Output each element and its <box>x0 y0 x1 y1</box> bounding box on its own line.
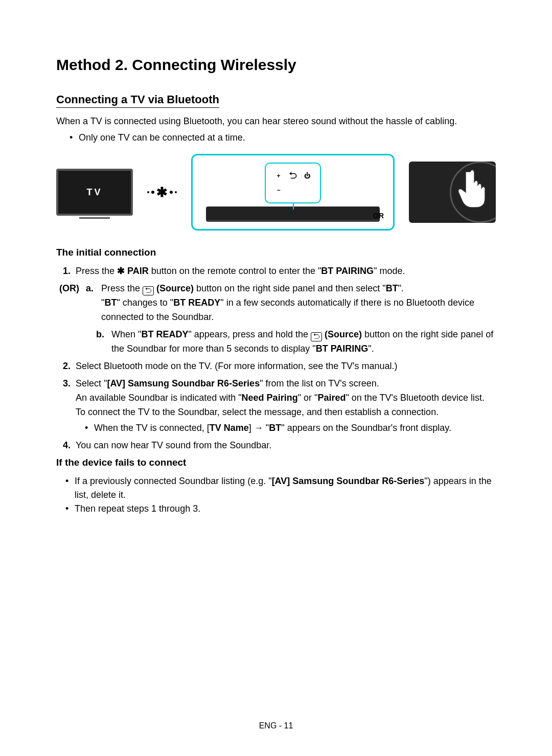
remote-buttons-callout: + ⮌ ⏻ − <box>265 163 321 203</box>
diagram: TV ✱ + ⮌ ⏻ − OR <box>56 154 496 231</box>
step-2: 2. Select Bluetooth mode on the TV. (For… <box>59 359 496 374</box>
tv-graphic: TV <box>56 169 133 216</box>
subheading-fail-connect: If the device fails to connect <box>56 457 496 468</box>
touch-control-graphic <box>409 162 496 223</box>
bluetooth-signal-icon: ✱ <box>147 185 177 200</box>
fail-bullet-1: If a previously connected Soundbar listi… <box>65 474 496 502</box>
page-title: Method 2. Connecting Wirelessly <box>56 56 496 74</box>
step-4: 4. You can now hear TV sound from the So… <box>59 439 496 453</box>
page-footer: ENG - 11 <box>0 721 552 730</box>
bullet-single-tv: Only one TV can be connected at a time. <box>70 131 496 145</box>
bluetooth-icon: ✱ <box>117 264 125 279</box>
intro-text: When a TV is connected using Bluetooth, … <box>56 115 496 128</box>
subheading-initial-connection: The initial connection <box>56 247 496 258</box>
fail-bullet-2: Then repeat steps 1 through 3. <box>65 502 496 516</box>
or-label: OR <box>373 212 384 220</box>
step-or-b: b. When "BT READY" appears, press and ho… <box>96 328 496 356</box>
step-3-sub-bullet: When the TV is connected, [TV Name] → "B… <box>85 421 496 436</box>
source-icon <box>143 286 154 295</box>
section-heading-bluetooth: Connecting a TV via Bluetooth <box>56 93 219 108</box>
step-1: 1. Press the ✱ PAIR button on the remote… <box>59 264 496 279</box>
hand-pointer-icon <box>455 167 491 208</box>
soundbar-callout: + ⮌ ⏻ − OR <box>191 154 395 231</box>
source-icon <box>311 332 322 341</box>
step-3: 3. Select "[AV] Samsung Soundbar R6-Seri… <box>59 377 496 436</box>
step-or-a: (OR) a. Press the (Source) button on the… <box>59 282 496 325</box>
